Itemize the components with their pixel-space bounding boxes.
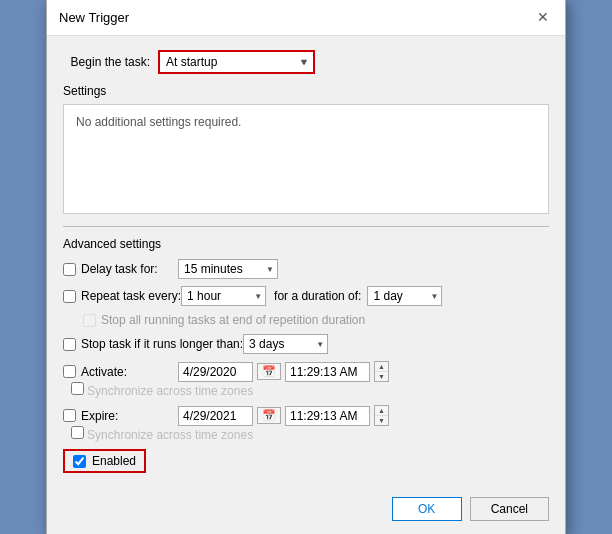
begin-task-label: Begin the task: [63,55,158,69]
expire-sync-text: Synchronize across time zones [87,428,253,442]
activate-check-label: Activate: [63,365,178,379]
dialog-content: Begin the task: At startup On a schedule… [47,36,565,487]
expire-time-input[interactable] [285,406,370,426]
begin-task-select[interactable]: At startup On a schedule At log on At id… [160,52,300,72]
delay-task-select[interactable]: 15 minutes 30 minutes 1 hour [178,259,278,279]
stop-task-check-label: Stop task if it runs longer than: [63,337,243,351]
activate-checkbox[interactable] [63,365,76,378]
expire-checkbox[interactable] [63,409,76,422]
activate-date-input[interactable] [178,362,253,382]
expire-datetime-group: 📅 ▲ ▼ [178,405,389,426]
activate-time-input[interactable] [285,362,370,382]
enabled-label: Enabled [92,454,136,468]
delay-task-select-wrapper: 15 minutes 30 minutes 1 hour [178,259,278,279]
no-settings-text: No additional settings required. [76,115,241,129]
expire-time-spinner[interactable]: ▲ ▼ [374,405,389,426]
repeat-task-label: Repeat task every: [81,289,181,303]
activate-calendar-button[interactable]: 📅 [257,363,281,380]
repeat-task-check-label: Repeat task every: [63,289,181,303]
advanced-label: Advanced settings [63,237,549,251]
expire-label: Expire: [81,409,118,423]
settings-box: No additional settings required. [63,104,549,214]
for-duration-group: for a duration of: 1 day 2 hours Indefin… [274,286,442,306]
stop-task-select[interactable]: 3 days 1 hour 2 hours [243,334,328,354]
dialog-footer: OK Cancel [47,487,565,534]
delay-task-checkbox[interactable] [63,263,76,276]
repeat-task-row: Repeat task every: 1 hour 30 minutes 15 … [63,286,549,306]
title-bar: New Trigger ✕ [47,0,565,36]
expire-date-input[interactable] [178,406,253,426]
activate-label: Activate: [81,365,127,379]
close-button[interactable]: ✕ [533,7,553,27]
cancel-button[interactable]: Cancel [470,497,549,521]
stop-all-row: Stop all running tasks at end of repetit… [83,313,549,327]
activate-row: Activate: 📅 ▲ ▼ Synchronize across time … [63,361,549,398]
settings-label: Settings [63,84,549,98]
for-duration-select[interactable]: 1 day 2 hours Indefinitely [367,286,442,306]
stop-task-checkbox[interactable] [63,338,76,351]
repeat-task-select[interactable]: 1 hour 30 minutes 15 minutes [181,286,266,306]
ok-button[interactable]: OK [392,497,462,521]
begin-task-row: Begin the task: At startup On a schedule… [63,50,549,74]
settings-section: Settings No additional settings required… [63,84,549,214]
expire-row: Expire: 📅 ▲ ▼ Synchronize across time zo… [63,405,549,442]
repeat-task-select-wrapper: 1 hour 30 minutes 15 minutes [181,286,266,306]
stop-all-checkbox[interactable] [83,314,96,327]
stop-task-row: Stop task if it runs longer than: 3 days… [63,334,549,354]
stop-task-label: Stop task if it runs longer than: [81,337,243,351]
delay-task-check-label: Delay task for: [63,262,178,276]
stop-all-label: Stop all running tasks at end of repetit… [101,313,365,327]
advanced-settings-section: Advanced settings Delay task for: 15 min… [63,226,549,473]
delay-task-label: Delay task for: [81,262,158,276]
enabled-checkbox[interactable] [73,455,86,468]
delay-task-row: Delay task for: 15 minutes 30 minutes 1 … [63,259,549,279]
sync-zones-checkbox[interactable] [71,382,84,395]
repeat-task-checkbox[interactable] [63,290,76,303]
expire-calendar-button[interactable]: 📅 [257,407,281,424]
sync-zones-label: Synchronize across time zones [71,382,253,398]
expire-check-label: Expire: [63,409,178,423]
dialog-title: New Trigger [59,10,129,25]
enabled-row: Enabled [63,449,146,473]
stop-task-select-wrapper: 3 days 1 hour 2 hours [243,334,328,354]
for-duration-select-wrapper: 1 day 2 hours Indefinitely [367,286,442,306]
for-duration-label: for a duration of: [274,289,361,303]
expire-sync-label: Synchronize across time zones [71,426,253,442]
activate-time-spinner[interactable]: ▲ ▼ [374,361,389,382]
activate-datetime-group: 📅 ▲ ▼ [178,361,389,382]
expire-sync-checkbox[interactable] [71,426,84,439]
sync-zones-text: Synchronize across time zones [87,384,253,398]
new-trigger-dialog: New Trigger ✕ Begin the task: At startup… [46,0,566,534]
